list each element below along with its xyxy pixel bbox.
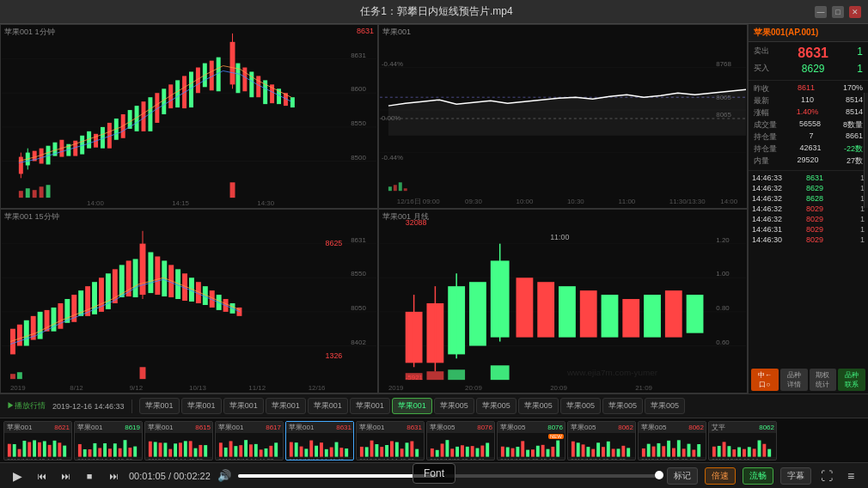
svg-rect-282 (556, 440, 559, 456)
data-extra-3: 8数量 (843, 119, 863, 131)
svg-rect-188 (48, 444, 52, 456)
chart-bottom-right[interactable]: 苹果001 月线 1.20 1.00 0.80 0.60 (378, 209, 748, 393)
svg-rect-307 (692, 449, 695, 456)
thumbnail-6[interactable]: 苹果005 8076 2019/12/20 09:19:21 (426, 421, 495, 461)
svg-text:8500: 8500 (351, 154, 366, 162)
thumbnail-8[interactable]: 苹果005 8062 2019/12/24 00:00:05 (567, 421, 636, 461)
svg-rect-302 (667, 440, 670, 456)
thumb-name-9: 苹果005 (641, 423, 666, 432)
thumb-header-3: 苹果001 8617 (216, 422, 283, 433)
ob-row-0: 14:46:33 8631 1 (752, 173, 865, 183)
svg-text:10:30: 10:30 (567, 198, 584, 205)
thumbnail-0[interactable]: 苹果001 8621 2019/12/16 15:14:42 (3, 421, 72, 461)
time-chip-8[interactable]: 苹果005 (476, 398, 517, 414)
prev-frame-button[interactable]: ⏮ (33, 467, 50, 485)
thumb-time-8: 2019/12/24 00:00:05 (568, 457, 635, 461)
thumb-price-5: 8631 (406, 424, 422, 431)
time-chip-11[interactable]: 苹果005 (602, 398, 643, 414)
svg-text:8065: 8065 (716, 111, 731, 119)
svg-rect-267 (476, 448, 480, 456)
close-button[interactable]: ✕ (849, 6, 861, 18)
svg-rect-204 (133, 446, 137, 456)
svg-rect-29 (142, 101, 146, 131)
svg-rect-189 (53, 440, 57, 456)
speed-button[interactable]: 倍速 (705, 467, 736, 485)
data-extra-1: 8514 (846, 95, 863, 107)
maximize-button[interactable]: □ (832, 6, 844, 18)
svg-text:11/12: 11/12 (248, 384, 266, 392)
window-title: 任务1：郭攀日内短线预告片.mp4 (58, 4, 815, 19)
smooth-button[interactable]: 流畅 (743, 467, 773, 485)
rp-btn-trade[interactable]: 中←口○ (751, 369, 779, 391)
thumbnail-10[interactable]: 艾平 8062 2019/12/30 10:14 (708, 421, 777, 461)
data-row-4: 持仓量 7 8661 (754, 131, 863, 143)
time-chip-12[interactable]: 苹果005 (645, 398, 685, 414)
thumbnail-1[interactable]: 苹果001 8619 2019/12/16 14:19:32 (74, 421, 143, 461)
stop-button[interactable]: ■ (81, 467, 98, 485)
svg-rect-53 (26, 188, 30, 198)
data-key-1: 最新 (754, 95, 769, 107)
svg-rect-313 (727, 446, 730, 456)
time-chip-4[interactable]: 苹果001 (308, 398, 348, 414)
svg-rect-319 (758, 440, 761, 456)
time-chip-3[interactable]: 苹果001 (266, 398, 306, 414)
time-chip-7[interactable]: 苹果005 (434, 398, 474, 414)
fullscreen-button[interactable]: ⛶ (818, 467, 835, 485)
thumbnail-2[interactable]: 苹果001 8615 2019/12/16 14:40:05 (144, 421, 213, 461)
chart-top-left[interactable]: 苹果001 1分钟 8631 8631 8600 8550 8500 (0, 24, 378, 209)
more-button[interactable]: ≡ (842, 467, 859, 485)
rp-btn-stat[interactable]: 期权统计 (810, 369, 837, 391)
chart-bottom-left[interactable]: 苹果001 15分钟 8631 8550 8050 8402 (0, 209, 378, 393)
ob-s1: 8629 (806, 184, 823, 192)
sell-label: 卖出 (754, 46, 769, 61)
data-val-2: 1.40% (797, 107, 819, 119)
thumbnail-5[interactable]: 苹果001 8631 2019/12/16 14:46:33 (356, 421, 425, 461)
ob-b4: 8029 (806, 215, 823, 223)
rp-btn-detail[interactable]: 品种详情 (780, 369, 808, 391)
svg-rect-115 (148, 253, 153, 294)
chart-tr-label: 苹果001 (382, 27, 411, 38)
chart-top-right[interactable]: 苹果001 -0.44% 0.00% -0.44% 8768 (378, 24, 748, 209)
thumbnail-3[interactable]: 苹果001 8617 2019/12/16 14:44:37 (215, 421, 284, 461)
play-button[interactable]: ▶ (9, 467, 26, 485)
time-chip-1[interactable]: 苹果001 (181, 398, 222, 414)
svg-rect-265 (466, 446, 469, 456)
data-key-0: 昨收 (754, 83, 769, 95)
thumb-chart-6 (427, 433, 494, 457)
svg-rect-321 (767, 448, 771, 456)
time-chip-0[interactable]: 苹果001 (139, 398, 180, 414)
time-chip-5[interactable]: 苹果001 (350, 398, 390, 414)
thumb-name-4: 苹果001 (289, 423, 314, 432)
thumb-name-7: 苹果005 (500, 423, 525, 432)
thumbnail-7[interactable]: 苹果005 8076 NEW 2019/12/25 09:15:12 (497, 421, 565, 461)
svg-text:20:09: 20:09 (550, 384, 567, 392)
time-chip-6[interactable]: 苹果001 (392, 398, 432, 414)
ob-b3: 8029 (806, 204, 823, 213)
volume-icon[interactable]: 🔊 (217, 469, 231, 482)
divider (131, 400, 132, 413)
svg-rect-287 (586, 447, 590, 457)
time-chip-2[interactable]: 苹果001 (223, 398, 264, 414)
thumbnail-9[interactable]: 苹果005 8062 2019/12/24 09:00:05 (638, 421, 706, 461)
tag-button[interactable]: 标记 (667, 467, 698, 485)
thumb-name-2: 苹果001 (148, 423, 173, 432)
rp-btn-add[interactable]: 品种联系 (838, 369, 865, 391)
svg-rect-102 (64, 299, 70, 323)
window-controls[interactable]: — □ ✕ (815, 6, 861, 18)
thumbnail-4[interactable]: 苹果001 8631 2019/12/16 14:44:49 (285, 421, 354, 461)
svg-rect-167 (687, 295, 704, 333)
minimize-button[interactable]: — (815, 6, 827, 18)
next-frame-button[interactable]: ⏭ (57, 467, 74, 485)
svg-rect-213 (184, 441, 187, 456)
progress-thumb[interactable] (655, 471, 663, 479)
skip-forward-button[interactable]: ⏭ (105, 467, 122, 485)
thumb-chart-7: NEW (498, 433, 565, 457)
thumb-header-5: 苹果001 8631 (357, 422, 424, 433)
subtitle-button[interactable]: 字幕 (780, 467, 811, 485)
thumb-chart-3 (216, 433, 283, 457)
time-chip-9[interactable]: 苹果005 (518, 398, 559, 414)
thumb-price-0: 8621 (54, 424, 70, 431)
time-chip-10[interactable]: 苹果005 (560, 398, 601, 414)
svg-rect-219 (219, 442, 223, 456)
svg-text:0.00%: 0.00% (382, 114, 400, 122)
